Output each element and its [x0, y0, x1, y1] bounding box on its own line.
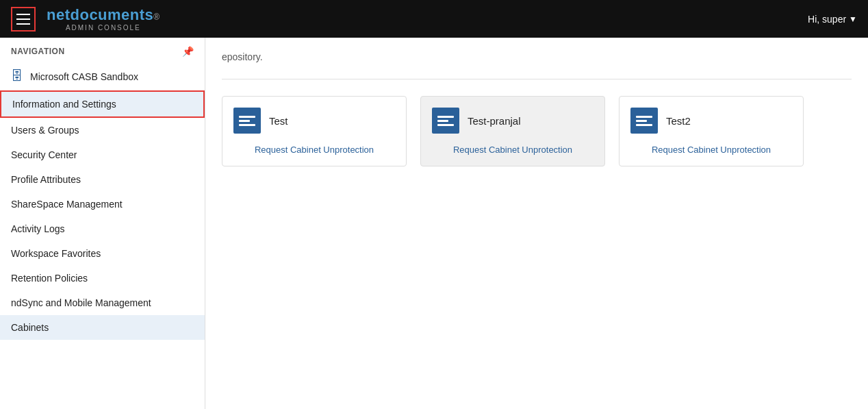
chevron-down-icon: ▼	[849, 14, 857, 24]
content-divider	[222, 79, 852, 79]
sharespace-management-label: ShareSpace Management	[11, 199, 123, 210]
menu-button[interactable]	[11, 7, 36, 32]
cabinet-icon-inner-test2	[636, 116, 652, 126]
ndsync-mobile-label: ndSync and Mobile Management	[11, 297, 151, 308]
logo-area: netdocuments® ADMIN CONSOLE	[47, 6, 160, 32]
user-greeting[interactable]: Hi, super ▼	[808, 14, 857, 25]
greeting-text: Hi, super	[808, 14, 846, 25]
logo-accent: net	[47, 6, 71, 23]
retention-policies-label: Retention Policies	[11, 273, 88, 284]
hamburger-line-1	[16, 14, 30, 15]
cabinet-icon-test-pranjal	[432, 108, 459, 134]
logo-main: documents	[71, 6, 154, 23]
sidebar-item-ndsync-mobile[interactable]: ndSync and Mobile Management	[0, 290, 205, 315]
cabinet-icon-test	[233, 108, 261, 134]
sidebar-nav-header: NAVIGATION 📌	[0, 38, 205, 62]
sidebar-item-users-and-groups[interactable]: Users & Groups	[0, 118, 205, 142]
sidebar: NAVIGATION 📌 🗄 Microsoft CASB Sandbox In…	[0, 38, 205, 409]
sidebar-item-information-and-settings[interactable]: Information and Settings	[0, 90, 205, 118]
cabinet-card-header-test2: Test2	[630, 108, 792, 134]
activity-logs-label: Activity Logs	[11, 223, 65, 234]
cabinet-name-test-pranjal: Test-pranjal	[468, 115, 521, 127]
main-layout: NAVIGATION 📌 🗄 Microsoft CASB Sandbox In…	[0, 38, 868, 409]
request-link-test-pranjal[interactable]: Request Cabinet Unprotection	[432, 145, 593, 155]
hamburger-line-3	[16, 23, 30, 25]
sidebar-item-casb[interactable]: 🗄 Microsoft CASB Sandbox	[0, 62, 205, 90]
request-link-test[interactable]: Request Cabinet Unprotection	[233, 145, 395, 155]
icon-bar-p2	[437, 120, 448, 122]
icon-bar-p1	[437, 116, 454, 118]
cabinet-cards: Test Request Cabinet Unprotection Test-p…	[222, 96, 852, 166]
pin-icon[interactable]: 📌	[182, 46, 194, 57]
icon-bar-3	[239, 124, 255, 126]
cabinet-name-test2: Test2	[666, 115, 691, 127]
cabinet-icon-inner-test-pranjal	[437, 116, 454, 126]
sidebar-item-activity-logs[interactable]: Activity Logs	[0, 216, 205, 241]
sidebar-item-sharespace-management[interactable]: ShareSpace Management	[0, 192, 205, 216]
logo-text: netdocuments®	[47, 6, 160, 24]
cabinet-card-header-test-pranjal: Test-pranjal	[432, 108, 593, 134]
cabinet-card-test: Test Request Cabinet Unprotection	[222, 96, 407, 166]
security-center-label: Security Center	[11, 149, 77, 160]
profile-attributes-label: Profile Attributes	[11, 174, 81, 185]
icon-bar-t2	[636, 120, 647, 122]
header-left: netdocuments® ADMIN CONSOLE	[11, 6, 160, 32]
request-link-test2[interactable]: Request Cabinet Unprotection	[630, 145, 792, 155]
icon-bar-1	[239, 116, 255, 118]
database-icon: 🗄	[11, 69, 23, 84]
nav-label: NAVIGATION	[11, 47, 65, 56]
logo-trademark: ®	[153, 12, 159, 22]
hamburger-line-2	[16, 18, 30, 20]
notice-text: epository.	[222, 51, 263, 62]
content-area: epository. Test Request Cabinet Unprotec	[205, 38, 868, 409]
sidebar-item-security-center[interactable]: Security Center	[0, 142, 205, 167]
workspace-favorites-label: Workspace Favorites	[11, 248, 101, 259]
icon-bar-2	[239, 120, 250, 122]
cabinet-icon-inner-test	[239, 116, 255, 126]
cabinet-name-test: Test	[269, 115, 288, 127]
sidebar-item-retention-policies[interactable]: Retention Policies	[0, 266, 205, 290]
icon-bar-p3	[437, 124, 454, 126]
cabinets-label: Cabinets	[11, 322, 49, 333]
sidebar-item-cabinets[interactable]: Cabinets	[0, 315, 205, 340]
cabinet-icon-test2	[630, 108, 658, 134]
cabinet-card-test2: Test2 Request Cabinet Unprotection	[619, 96, 804, 166]
sidebar-item-profile-attributes[interactable]: Profile Attributes	[0, 167, 205, 192]
sidebar-item-workspace-favorites[interactable]: Workspace Favorites	[0, 241, 205, 266]
cabinet-card-header-test: Test	[233, 108, 395, 134]
cabinet-card-test-pranjal: Test-pranjal Request Cabinet Unprotectio…	[420, 96, 605, 166]
users-and-groups-label: Users & Groups	[11, 125, 79, 136]
icon-bar-t1	[636, 116, 652, 118]
casb-label: Microsoft CASB Sandbox	[30, 71, 138, 82]
information-and-settings-label: Information and Settings	[12, 99, 116, 110]
icon-bar-t3	[636, 124, 652, 126]
admin-console-label: ADMIN CONSOLE	[47, 24, 160, 32]
app-header: netdocuments® ADMIN CONSOLE Hi, super ▼	[0, 0, 868, 38]
content-notice: epository.	[222, 51, 852, 62]
